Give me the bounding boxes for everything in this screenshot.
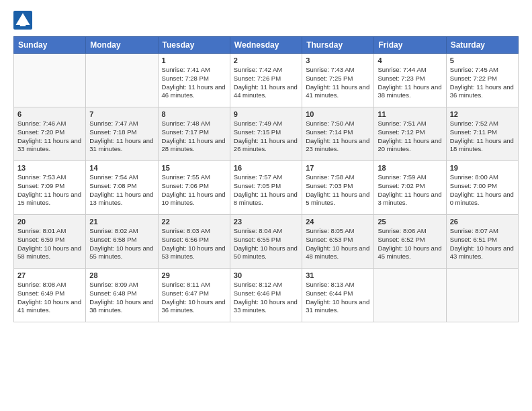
day-header-thursday: Thursday [302, 37, 374, 54]
day-number: 15 [162, 164, 226, 172]
day-number: 8 [162, 110, 226, 118]
calendar-week-3: 13Sunrise: 7:53 AMSunset: 7:09 PMDayligh… [14, 161, 519, 215]
calendar: SundayMondayTuesdayWednesdayThursdayFrid… [13, 36, 519, 322]
day-header-saturday: Saturday [446, 37, 518, 54]
cell-info: Sunrise: 7:41 AMSunset: 7:28 PMDaylight:… [162, 66, 226, 99]
day-number: 18 [378, 164, 442, 172]
day-number: 17 [306, 164, 370, 172]
calendar-cell: 16Sunrise: 7:57 AMSunset: 7:05 PMDayligh… [230, 161, 302, 215]
day-header-tuesday: Tuesday [158, 37, 230, 54]
calendar-cell: 5Sunrise: 7:45 AMSunset: 7:22 PMDaylight… [446, 54, 518, 107]
calendar-week-2: 6Sunrise: 7:46 AMSunset: 7:20 PMDaylight… [14, 107, 519, 161]
calendar-cell: 31Sunrise: 8:13 AMSunset: 6:44 PMDayligh… [302, 269, 374, 322]
day-number: 25 [378, 218, 442, 226]
day-number: 2 [234, 56, 298, 64]
day-number: 16 [234, 164, 298, 172]
day-header-friday: Friday [374, 37, 446, 54]
day-number: 1 [162, 56, 226, 64]
cell-info: Sunrise: 7:55 AMSunset: 7:06 PMDaylight:… [162, 173, 226, 206]
day-number: 10 [306, 110, 370, 118]
svg-rect-2 [20, 24, 26, 27]
cell-info: Sunrise: 8:06 AMSunset: 6:52 PMDaylight:… [378, 227, 441, 260]
cell-info: Sunrise: 8:11 AMSunset: 6:47 PMDaylight:… [162, 281, 226, 314]
day-number: 7 [89, 110, 154, 118]
header [13, 11, 519, 30]
day-header-monday: Monday [86, 37, 158, 54]
cell-info: Sunrise: 7:54 AMSunset: 7:08 PMDaylight:… [89, 173, 153, 206]
calendar-cell: 11Sunrise: 7:51 AMSunset: 7:12 PMDayligh… [374, 107, 446, 161]
day-number: 13 [17, 164, 82, 172]
calendar-week-5: 27Sunrise: 8:08 AMSunset: 6:49 PMDayligh… [14, 269, 519, 322]
calendar-cell: 7Sunrise: 7:47 AMSunset: 7:18 PMDaylight… [86, 107, 158, 161]
calendar-cell [86, 54, 158, 107]
day-number: 21 [89, 218, 154, 226]
cell-info: Sunrise: 7:50 AMSunset: 7:14 PMDaylight:… [306, 120, 369, 152]
calendar-cell: 22Sunrise: 8:03 AMSunset: 6:56 PMDayligh… [158, 215, 230, 269]
calendar-cell: 8Sunrise: 7:48 AMSunset: 7:17 PMDaylight… [158, 107, 230, 161]
day-number: 4 [378, 56, 442, 64]
cell-info: Sunrise: 7:44 AMSunset: 7:23 PMDaylight:… [378, 66, 441, 99]
cell-info: Sunrise: 7:53 AMSunset: 7:09 PMDaylight:… [17, 173, 81, 206]
day-number: 29 [162, 271, 226, 279]
calendar-cell: 12Sunrise: 7:52 AMSunset: 7:11 PMDayligh… [446, 107, 518, 161]
day-number: 27 [17, 271, 82, 279]
calendar-cell: 30Sunrise: 8:12 AMSunset: 6:46 PMDayligh… [230, 269, 302, 322]
calendar-cell: 6Sunrise: 7:46 AMSunset: 7:20 PMDaylight… [14, 107, 86, 161]
cell-info: Sunrise: 8:04 AMSunset: 6:55 PMDaylight:… [234, 227, 298, 260]
cell-info: Sunrise: 8:07 AMSunset: 6:51 PMDaylight:… [450, 227, 514, 260]
calendar-cell: 13Sunrise: 7:53 AMSunset: 7:09 PMDayligh… [14, 161, 86, 215]
calendar-cell: 2Sunrise: 7:42 AMSunset: 7:26 PMDaylight… [230, 54, 302, 107]
calendar-cell [374, 269, 446, 322]
calendar-week-1: 1Sunrise: 7:41 AMSunset: 7:28 PMDaylight… [14, 54, 519, 107]
cell-info: Sunrise: 7:51 AMSunset: 7:12 PMDaylight:… [378, 120, 441, 152]
cell-info: Sunrise: 7:42 AMSunset: 7:26 PMDaylight:… [234, 66, 298, 99]
calendar-cell: 26Sunrise: 8:07 AMSunset: 6:51 PMDayligh… [446, 215, 518, 269]
day-number: 3 [306, 56, 370, 64]
cell-info: Sunrise: 8:13 AMSunset: 6:44 PMDaylight:… [306, 281, 369, 314]
cell-info: Sunrise: 8:08 AMSunset: 6:49 PMDaylight:… [17, 281, 81, 314]
calendar-cell: 25Sunrise: 8:06 AMSunset: 6:52 PMDayligh… [374, 215, 446, 269]
cell-info: Sunrise: 7:58 AMSunset: 7:03 PMDaylight:… [306, 173, 369, 206]
calendar-cell: 17Sunrise: 7:58 AMSunset: 7:03 PMDayligh… [302, 161, 374, 215]
day-number: 14 [89, 164, 154, 172]
day-number: 11 [378, 110, 442, 118]
calendar-cell: 10Sunrise: 7:50 AMSunset: 7:14 PMDayligh… [302, 107, 374, 161]
day-number: 30 [234, 271, 298, 279]
day-header-sunday: Sunday [14, 37, 86, 54]
day-number: 23 [234, 218, 298, 226]
calendar-cell: 19Sunrise: 8:00 AMSunset: 7:00 PMDayligh… [446, 161, 518, 215]
page: SundayMondayTuesdayWednesdayThursdayFrid… [0, 0, 532, 411]
logo [13, 11, 35, 30]
day-number: 28 [89, 271, 154, 279]
cell-info: Sunrise: 8:02 AMSunset: 6:58 PMDaylight:… [89, 227, 153, 260]
calendar-cell: 9Sunrise: 7:49 AMSunset: 7:15 PMDaylight… [230, 107, 302, 161]
cell-info: Sunrise: 8:01 AMSunset: 6:59 PMDaylight:… [17, 227, 81, 260]
cell-info: Sunrise: 7:59 AMSunset: 7:02 PMDaylight:… [378, 173, 441, 206]
day-number: 26 [450, 218, 515, 226]
calendar-cell [14, 54, 86, 107]
calendar-cell: 29Sunrise: 8:11 AMSunset: 6:47 PMDayligh… [158, 269, 230, 322]
day-number: 31 [306, 271, 370, 279]
day-number: 22 [162, 218, 226, 226]
calendar-cell: 3Sunrise: 7:43 AMSunset: 7:25 PMDaylight… [302, 54, 374, 107]
day-header-wednesday: Wednesday [230, 37, 302, 54]
day-number: 12 [450, 110, 515, 118]
cell-info: Sunrise: 7:46 AMSunset: 7:20 PMDaylight:… [17, 120, 81, 152]
cell-info: Sunrise: 8:00 AMSunset: 7:00 PMDaylight:… [450, 173, 514, 206]
day-number: 6 [17, 110, 82, 118]
cell-info: Sunrise: 7:52 AMSunset: 7:11 PMDaylight:… [450, 120, 514, 152]
calendar-header-row: SundayMondayTuesdayWednesdayThursdayFrid… [14, 37, 519, 54]
cell-info: Sunrise: 7:43 AMSunset: 7:25 PMDaylight:… [306, 66, 369, 99]
calendar-cell: 28Sunrise: 8:09 AMSunset: 6:48 PMDayligh… [86, 269, 158, 322]
calendar-cell: 20Sunrise: 8:01 AMSunset: 6:59 PMDayligh… [14, 215, 86, 269]
logo-icon [13, 11, 32, 30]
calendar-cell [446, 269, 518, 322]
calendar-cell: 14Sunrise: 7:54 AMSunset: 7:08 PMDayligh… [86, 161, 158, 215]
cell-info: Sunrise: 7:47 AMSunset: 7:18 PMDaylight:… [89, 120, 153, 152]
calendar-cell: 1Sunrise: 7:41 AMSunset: 7:28 PMDaylight… [158, 54, 230, 107]
cell-info: Sunrise: 8:03 AMSunset: 6:56 PMDaylight:… [162, 227, 226, 260]
cell-info: Sunrise: 7:45 AMSunset: 7:22 PMDaylight:… [450, 66, 514, 99]
calendar-week-4: 20Sunrise: 8:01 AMSunset: 6:59 PMDayligh… [14, 215, 519, 269]
cell-info: Sunrise: 7:49 AMSunset: 7:15 PMDaylight:… [234, 120, 298, 152]
calendar-cell: 18Sunrise: 7:59 AMSunset: 7:02 PMDayligh… [374, 161, 446, 215]
